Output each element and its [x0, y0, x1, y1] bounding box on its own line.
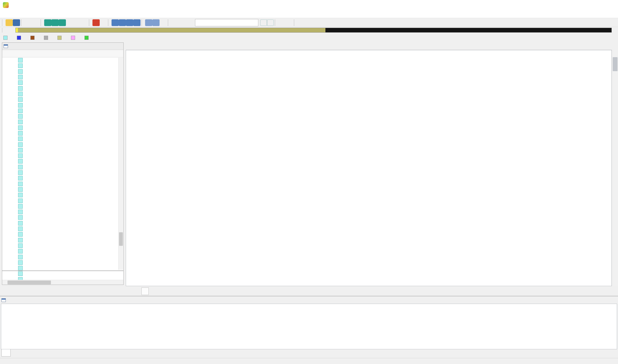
function-list-item[interactable]: [2, 187, 123, 192]
windows-list-icon[interactable]: [305, 19, 312, 26]
toolbar-grip-icon: [2, 20, 4, 26]
function-list-item[interactable]: [2, 125, 123, 130]
disassembly-view[interactable]: [126, 50, 612, 286]
open-segments-icon[interactable]: [126, 19, 133, 26]
function-list-item[interactable]: [2, 170, 123, 175]
function-list-item[interactable]: [2, 181, 123, 187]
function-list-item[interactable]: [2, 153, 123, 158]
menu-item-help[interactable]: [62, 10, 69, 18]
output-console[interactable]: [1, 304, 617, 349]
function-icon: [18, 260, 23, 265]
function-list-item[interactable]: [2, 248, 123, 254]
quick-debug-view-icon[interactable]: [260, 20, 267, 26]
function-list-item[interactable]: [2, 209, 123, 215]
function-list-item[interactable]: [2, 192, 123, 198]
nav-band-right-icon[interactable]: [9, 28, 14, 33]
scrollbar-thumb[interactable]: [613, 57, 618, 71]
function-list-item[interactable]: [2, 147, 123, 153]
function-list-item[interactable]: [2, 271, 123, 276]
function-list-item[interactable]: [2, 85, 123, 91]
column-header-function-name[interactable]: [2, 50, 123, 57]
minimize-icon[interactable]: [559, 0, 578, 10]
function-list-item[interactable]: [2, 114, 123, 119]
nav-forward-icon[interactable]: [59, 19, 66, 26]
names-list-icon[interactable]: [286, 19, 293, 26]
hscrollbar-thumb[interactable]: [7, 281, 51, 284]
function-list-item[interactable]: [2, 221, 123, 226]
function-list-item[interactable]: [2, 215, 123, 220]
pause-debugger-icon[interactable]: [179, 19, 186, 26]
function-list-item[interactable]: [2, 243, 123, 248]
app-icon: [3, 2, 9, 8]
tab-python[interactable]: [1, 349, 11, 357]
function-icon: [18, 131, 23, 136]
breakpoint-icon[interactable]: [160, 19, 167, 26]
source-view-icon[interactable]: [267, 20, 274, 26]
restore-icon[interactable]: [578, 0, 598, 10]
function-list-item[interactable]: [2, 142, 123, 147]
close-icon[interactable]: [598, 0, 618, 10]
menu-item-jump[interactable]: [15, 10, 22, 18]
open-file-icon[interactable]: [6, 19, 13, 26]
start-debugger-icon[interactable]: [171, 19, 179, 26]
stop-debugger-icon[interactable]: [186, 19, 193, 26]
function-list-item[interactable]: [2, 254, 123, 260]
rename-icon[interactable]: [81, 19, 88, 26]
open-enums-icon[interactable]: [119, 19, 126, 26]
functions-list-icon[interactable]: [278, 19, 286, 26]
menu-item-lumina[interactable]: [42, 10, 49, 18]
snapshot-icon[interactable]: [93, 19, 100, 26]
function-icon: [18, 92, 23, 96]
function-list-item[interactable]: [2, 108, 123, 114]
function-list-item[interactable]: [2, 237, 123, 243]
menu-item-options[interactable]: [49, 10, 55, 18]
jump-up-icon[interactable]: [73, 19, 81, 26]
save-icon[interactable]: [13, 19, 20, 26]
menu-item-windows[interactable]: [55, 10, 62, 18]
function-list-item[interactable]: [2, 232, 123, 237]
function-list-item[interactable]: [2, 102, 123, 108]
function-list-item[interactable]: [2, 130, 123, 136]
highlight-icon[interactable]: [32, 19, 39, 26]
function-list-item[interactable]: [2, 260, 123, 265]
watch-icon[interactable]: [145, 19, 152, 26]
function-list-item[interactable]: [2, 74, 123, 80]
function-list-item[interactable]: [2, 97, 123, 102]
function-list-item[interactable]: [2, 69, 123, 74]
function-list-item[interactable]: [2, 204, 123, 209]
menu-item-edit[interactable]: [8, 10, 15, 18]
color-picker-icon[interactable]: [25, 19, 32, 26]
function-list-item[interactable]: [2, 164, 123, 170]
nav-back-icon[interactable]: [44, 19, 52, 26]
function-list-item[interactable]: [2, 198, 123, 203]
function-list-item[interactable]: [2, 63, 123, 68]
menu-item-view[interactable]: [28, 10, 35, 18]
jump-down-icon[interactable]: [66, 19, 73, 26]
trace-icon[interactable]: [152, 19, 160, 26]
disassembly-scrollbar[interactable]: [612, 50, 618, 286]
debugger-select[interactable]: [195, 19, 258, 26]
function-list-item[interactable]: [2, 80, 123, 85]
layout-icon[interactable]: [297, 19, 305, 26]
function-list-item[interactable]: [2, 175, 123, 181]
function-list-item[interactable]: [2, 119, 123, 125]
scrollbar-thumb[interactable]: [119, 232, 123, 246]
lumina-icon[interactable]: [100, 19, 107, 26]
function-list-item[interactable]: [2, 91, 123, 97]
menu-item-file[interactable]: [1, 10, 8, 18]
navigation-band[interactable]: [15, 28, 612, 33]
function-list-item[interactable]: [2, 57, 123, 63]
menu-item-search[interactable]: [22, 10, 28, 18]
function-list-item[interactable]: [2, 136, 123, 142]
nav-band-left-icon[interactable]: [4, 28, 9, 33]
function-list-item[interactable]: [2, 265, 123, 271]
function-list-item[interactable]: [2, 158, 123, 164]
functions-hscrollbar[interactable]: [2, 280, 123, 285]
function-list-item[interactable]: [2, 226, 123, 232]
nav-home-icon[interactable]: [52, 19, 59, 26]
open-names-icon[interactable]: [133, 19, 140, 26]
menu-item-debugger[interactable]: [35, 10, 42, 18]
functions-scrollbar[interactable]: [118, 58, 123, 270]
function-list-item[interactable]: [2, 277, 123, 280]
open-structs-icon[interactable]: [111, 19, 119, 26]
